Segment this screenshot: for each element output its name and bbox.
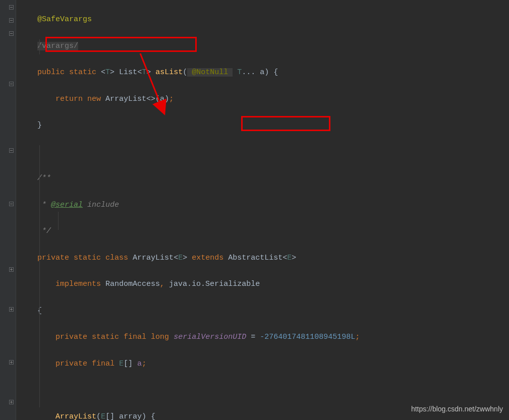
code-line[interactable]: private final E[] a; [19,357,509,371]
fold-toggle-icon[interactable] [9,202,14,206]
fold-toggle-icon[interactable] [9,148,14,153]
watermark: https://blog.csdn.net/zwwhnly [411,403,503,415]
code-line[interactable]: /** [19,172,509,185]
fold-toggle-icon[interactable] [9,31,14,36]
fold-expand-icon[interactable] [9,400,14,404]
fold-toggle-icon[interactable] [9,5,14,10]
code-line[interactable]: /varargs/ [19,40,509,53]
code-line[interactable]: public static <T> List<T> asList( @NotNu… [19,66,509,79]
indent-guide [39,39,40,54]
indent-guide [58,212,59,230]
fold-expand-icon[interactable] [9,307,14,312]
code-line[interactable]: private static final long serialVersionU… [19,331,509,344]
code-line[interactable]: */ [19,225,509,238]
fold-toggle-icon[interactable] [9,82,14,86]
code-line[interactable]: implements RandomAccess, java.io.Seriali… [19,278,509,291]
editor-gutter[interactable] [0,0,16,420]
code-line[interactable]: } [19,119,509,132]
code-line[interactable] [19,146,509,159]
fold-expand-icon[interactable] [9,267,14,272]
code-line[interactable]: return new ArrayList<>(a); [19,93,509,106]
code-line[interactable]: @SafeVarargs [19,13,509,26]
code-line[interactable]: private static class ArrayList<E> extend… [19,252,509,265]
fold-expand-icon[interactable] [9,360,14,365]
code-line[interactable]: { [19,305,509,318]
indent-guide [39,145,40,407]
code-line[interactable] [19,384,509,397]
fold-toggle-icon[interactable] [9,18,14,23]
code-line[interactable]: * @serial include [19,199,509,212]
code-editor[interactable]: @SafeVarargs /varargs/ public static <T>… [16,0,509,420]
